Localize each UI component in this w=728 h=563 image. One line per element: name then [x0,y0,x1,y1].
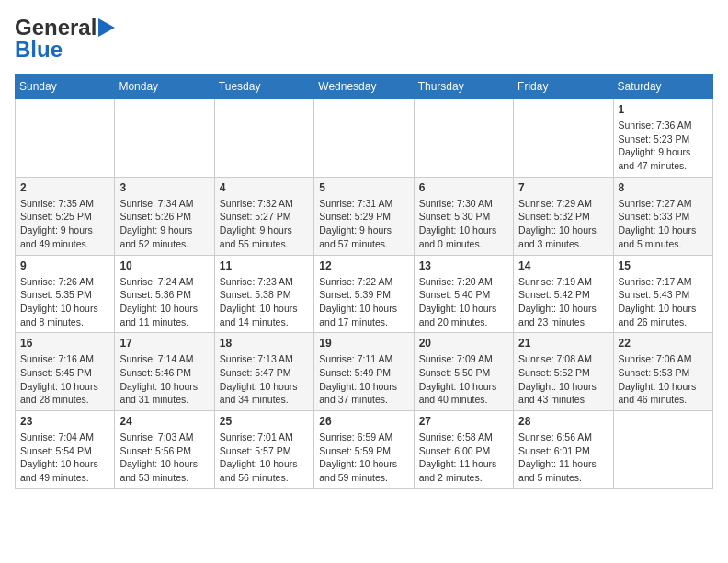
calendar-cell: 27Sunrise: 6:58 AMSunset: 6:00 PMDayligh… [414,411,513,489]
calendar-cell [16,99,115,178]
day-info: Sunrise: 7:11 AMSunset: 5:49 PMDaylight:… [319,352,408,407]
day-number: 7 [518,181,608,194]
calendar-cell: 28Sunrise: 6:56 AMSunset: 6:01 PMDayligh… [514,411,613,489]
day-number: 1 [619,103,708,116]
calendar-cell: 6Sunrise: 7:30 AMSunset: 5:30 PMDaylight… [414,177,513,255]
calendar-cell: 19Sunrise: 7:11 AMSunset: 5:49 PMDayligh… [314,333,414,411]
calendar-cell: 25Sunrise: 7:01 AMSunset: 5:57 PMDayligh… [214,411,313,489]
day-number: 2 [20,181,109,194]
calendar-cell [314,99,414,178]
day-number: 17 [119,337,209,350]
day-info: Sunrise: 7:27 AMSunset: 5:33 PMDaylight:… [619,197,708,251]
day-info: Sunrise: 7:31 AMSunset: 5:29 PMDaylight:… [319,197,408,251]
calendar-cell: 9Sunrise: 7:26 AMSunset: 5:35 PMDaylight… [16,255,115,333]
calendar-cell: 12Sunrise: 7:22 AMSunset: 5:39 PMDayligh… [314,255,414,333]
day-info: Sunrise: 7:30 AMSunset: 5:30 PMDaylight:… [419,197,508,251]
day-info: Sunrise: 7:26 AMSunset: 5:35 PMDaylight:… [20,275,109,329]
calendar-cell: 17Sunrise: 7:14 AMSunset: 5:46 PMDayligh… [115,333,214,411]
day-number: 12 [319,259,408,272]
day-info: Sunrise: 7:22 AMSunset: 5:39 PMDaylight:… [319,275,408,329]
day-number: 26 [319,415,408,428]
calendar-cell: 11Sunrise: 7:23 AMSunset: 5:38 PMDayligh… [214,255,313,333]
day-info: Sunrise: 7:16 AMSunset: 5:45 PMDaylight:… [20,352,109,407]
day-number: 5 [319,181,408,194]
calendar-cell: 20Sunrise: 7:09 AMSunset: 5:50 PMDayligh… [414,333,513,411]
day-number: 18 [220,337,309,350]
day-number: 10 [119,259,209,272]
day-info: Sunrise: 6:59 AMSunset: 5:59 PMDaylight:… [319,431,408,485]
calendar-cell: 23Sunrise: 7:04 AMSunset: 5:54 PMDayligh… [16,411,115,489]
week-row-3: 9Sunrise: 7:26 AMSunset: 5:35 PMDaylight… [16,255,713,333]
logo: General Blue [15,15,115,63]
logo-arrow-icon [98,18,115,37]
calendar-cell [214,99,313,178]
day-info: Sunrise: 7:04 AMSunset: 5:54 PMDaylight:… [20,431,109,485]
col-header-sunday: Sunday [16,75,115,99]
day-info: Sunrise: 7:14 AMSunset: 5:46 PMDaylight:… [119,352,209,407]
calendar-cell: 13Sunrise: 7:20 AMSunset: 5:40 PMDayligh… [414,255,513,333]
calendar-table: SundayMondayTuesdayWednesdayThursdayFrid… [15,74,713,489]
day-info: Sunrise: 7:13 AMSunset: 5:47 PMDaylight:… [220,352,309,407]
day-info: Sunrise: 6:56 AMSunset: 6:01 PMDaylight:… [518,431,608,485]
col-header-thursday: Thursday [414,75,513,99]
calendar-cell: 18Sunrise: 7:13 AMSunset: 5:47 PMDayligh… [214,333,313,411]
day-number: 23 [20,415,109,428]
week-row-2: 2Sunrise: 7:35 AMSunset: 5:25 PMDaylight… [16,177,713,255]
day-info: Sunrise: 7:24 AMSunset: 5:36 PMDaylight:… [119,275,209,329]
week-row-5: 23Sunrise: 7:04 AMSunset: 5:54 PMDayligh… [16,411,713,489]
calendar-cell [115,99,214,178]
day-info: Sunrise: 7:20 AMSunset: 5:40 PMDaylight:… [419,275,508,329]
day-number: 6 [419,181,508,194]
logo-blue: Blue [15,37,63,63]
day-number: 15 [619,259,708,272]
calendar-cell: 16Sunrise: 7:16 AMSunset: 5:45 PMDayligh… [16,333,115,411]
day-number: 21 [518,337,608,350]
col-header-wednesday: Wednesday [314,75,414,99]
day-info: Sunrise: 7:08 AMSunset: 5:52 PMDaylight:… [518,352,608,407]
calendar-cell: 2Sunrise: 7:35 AMSunset: 5:25 PMDaylight… [16,177,115,255]
col-header-friday: Friday [514,75,613,99]
calendar-cell [613,411,712,489]
day-number: 16 [20,337,109,350]
calendar-cell: 24Sunrise: 7:03 AMSunset: 5:56 PMDayligh… [115,411,214,489]
day-info: Sunrise: 7:03 AMSunset: 5:56 PMDaylight:… [119,431,209,485]
col-header-tuesday: Tuesday [214,75,313,99]
calendar-cell: 7Sunrise: 7:29 AMSunset: 5:32 PMDaylight… [514,177,613,255]
calendar-cell: 22Sunrise: 7:06 AMSunset: 5:53 PMDayligh… [613,333,712,411]
calendar-cell: 3Sunrise: 7:34 AMSunset: 5:26 PMDaylight… [115,177,214,255]
calendar-cell: 8Sunrise: 7:27 AMSunset: 5:33 PMDaylight… [613,177,712,255]
calendar-cell: 4Sunrise: 7:32 AMSunset: 5:27 PMDaylight… [214,177,313,255]
calendar-cell: 15Sunrise: 7:17 AMSunset: 5:43 PMDayligh… [613,255,712,333]
day-info: Sunrise: 7:34 AMSunset: 5:26 PMDaylight:… [119,197,209,251]
day-number: 9 [20,259,109,272]
calendar-cell [514,99,613,178]
col-header-saturday: Saturday [613,75,712,99]
day-info: Sunrise: 7:01 AMSunset: 5:57 PMDaylight:… [220,431,309,485]
day-info: Sunrise: 7:06 AMSunset: 5:53 PMDaylight:… [619,352,708,407]
day-number: 4 [220,181,309,194]
day-number: 28 [518,415,608,428]
day-info: Sunrise: 7:19 AMSunset: 5:42 PMDaylight:… [518,275,608,329]
day-info: Sunrise: 7:32 AMSunset: 5:27 PMDaylight:… [220,197,309,251]
page-header: General Blue [15,15,713,63]
day-number: 22 [619,337,708,350]
col-header-monday: Monday [115,75,214,99]
calendar-cell: 21Sunrise: 7:08 AMSunset: 5:52 PMDayligh… [514,333,613,411]
calendar-header: SundayMondayTuesdayWednesdayThursdayFrid… [16,75,713,99]
day-number: 20 [419,337,508,350]
day-info: Sunrise: 7:09 AMSunset: 5:50 PMDaylight:… [419,352,508,407]
calendar-cell: 1Sunrise: 7:36 AMSunset: 5:23 PMDaylight… [613,99,712,178]
day-info: Sunrise: 7:36 AMSunset: 5:23 PMDaylight:… [619,119,708,173]
day-info: Sunrise: 7:35 AMSunset: 5:25 PMDaylight:… [20,197,109,251]
day-number: 25 [220,415,309,428]
day-number: 24 [119,415,209,428]
day-info: Sunrise: 7:29 AMSunset: 5:32 PMDaylight:… [518,197,608,251]
calendar-cell: 5Sunrise: 7:31 AMSunset: 5:29 PMDaylight… [314,177,414,255]
day-info: Sunrise: 6:58 AMSunset: 6:00 PMDaylight:… [419,431,508,485]
calendar-cell: 14Sunrise: 7:19 AMSunset: 5:42 PMDayligh… [514,255,613,333]
day-number: 13 [419,259,508,272]
day-info: Sunrise: 7:23 AMSunset: 5:38 PMDaylight:… [220,275,309,329]
calendar-cell: 10Sunrise: 7:24 AMSunset: 5:36 PMDayligh… [115,255,214,333]
day-number: 14 [518,259,608,272]
day-info: Sunrise: 7:17 AMSunset: 5:43 PMDaylight:… [619,275,708,329]
